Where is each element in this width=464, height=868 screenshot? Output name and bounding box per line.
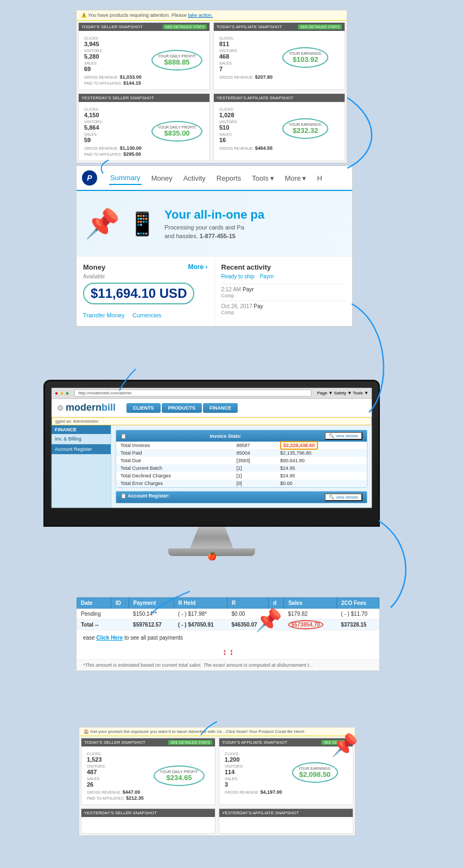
monitor-screen: ● ● ● http://modernbill.com/admin Page ▼… (50, 387, 373, 509)
pay-note: *This amount is estimated based on curre… (77, 659, 379, 671)
money-header: Money More › (83, 263, 208, 271)
col-sales: Sales (284, 597, 336, 609)
click-here-link[interactable]: Click Here (96, 635, 123, 641)
bottom-see-details-btn[interactable]: SEE DETAILED STATS (168, 740, 212, 745)
mb-account-register: 📋 Account Register: 🔍 view details (116, 491, 367, 503)
alert-bar: ⚠️ You have products requiring attention… (77, 10, 347, 21)
cell-total-r-held: ( - ) $47050.91 (174, 620, 227, 630)
tab-payments[interactable]: Paym (260, 273, 274, 279)
yesterday-affiliate-header: YESTERDAY'S AFFILIATE SNAPSHOT (214, 94, 345, 102)
section1-seller-snapshot: ⚠️ You have products requiring attention… (76, 10, 347, 163)
bottom-yesterday-row: YESTERDAY'S SELLER SNAPSHOT YESTERDAY'S … (79, 807, 355, 835)
nav-reports[interactable]: Reports (215, 172, 243, 184)
pin-icon-section5: 📌 (331, 732, 358, 758)
take-action-link[interactable]: take action. (188, 12, 213, 18)
paypal-logo: P (82, 170, 97, 186)
cell-id (111, 609, 129, 620)
monitor-stand (190, 527, 233, 548)
col-d: d (269, 597, 284, 609)
section4-payment-table: Date ID Payment R Held R d Sales 2CO Fee… (76, 597, 380, 671)
hero-pin-icon: 📌 (85, 207, 120, 240)
nav-summary[interactable]: Summary (109, 171, 142, 185)
recent-item-2: Oct 26, 2017 Pay Comp (221, 301, 346, 317)
col-date: Date (77, 597, 111, 609)
bottom-today-row: TODAY'S SELLER SNAPSHOT SEE DETAILED STA… (79, 736, 355, 807)
nav-tools[interactable]: Tools ▾ (251, 172, 275, 184)
cell-total-sales: $573854.70 (284, 620, 336, 630)
mb-content: 📋 Invoice Stats: 🔍 view details Total In… (111, 425, 372, 508)
yesterday-affiliate-panel: YESTERDAY'S AFFILIATE SNAPSHOT CLICKS: 1… (213, 93, 345, 161)
table-row: Total Error Charges [0] $0.00 (116, 480, 367, 487)
tab-ready-to-ship[interactable]: Ready to ship (221, 273, 255, 279)
cell-total-id (111, 620, 129, 630)
recent-item-1: 2:12 AM Payr Comp (221, 284, 346, 301)
mb-top-nav: CLIENTS PRODUCTS FINANCE (126, 403, 238, 413)
table-row: Pending $150.14** ( - ) $17.98* $0.00 $1… (77, 609, 379, 620)
cell-r-held: ( - ) $17.98* (174, 609, 227, 620)
cell-sales: $179.82 (284, 609, 336, 620)
mb-view-details-btn[interactable]: 🔍 view details (325, 432, 363, 440)
money-amount: $11,694.10 USD (83, 283, 194, 304)
section5-bottom-snapshot: 🏠 Get your product the exposure you want… (79, 727, 355, 836)
mb-sidebar-header: FINANCE (52, 425, 111, 434)
see-affiliate-details-btn[interactable]: SEE DETAILED STATS (298, 24, 342, 29)
yesterday-seller-header: YESTERDAY'S SELLER SNAPSHOT (79, 94, 209, 102)
bottom-yesterday-affiliate-header: YESTERDAY'S AFFILIATE SNAPSHOT (219, 809, 353, 817)
yesterday-seller-profit: YOUR DAILY PROFIT: $835.00 (148, 118, 207, 144)
nav-activity[interactable]: Activity (182, 172, 207, 184)
invoice-stats-icon: 📋 (120, 433, 126, 439)
bottom-alert-bar: 🏠 Get your product the exposure you want… (79, 727, 355, 736)
money-section: Money More › Available $11,694.10 USD Tr… (77, 257, 215, 326)
bottom-today-affiliate-earnings: YOUR EARNINGS: $2,098.50 (288, 760, 342, 786)
nav-h[interactable]: H (316, 172, 323, 184)
today-seller-panel: TODAY'S SELLER SNAPSHOT SEE DETAILED STA… (78, 22, 210, 90)
pin-icon-section4: 📌 (255, 608, 282, 633)
money-more-link[interactable]: More › (188, 263, 208, 271)
bottom-today-seller-profit: YOUR DAILY PROFIT: $234.65 (150, 763, 209, 789)
bottom-today-seller: TODAY'S SELLER SNAPSHOT SEE DETAILED STA… (81, 738, 215, 805)
bottom-yesterday-seller-header: YESTERDAY'S SELLER SNAPSHOT (81, 809, 215, 817)
mb-finance-btn[interactable]: FINANCE (203, 403, 238, 413)
today-affiliate-earnings: YOUR EARNINGS: $103.92 (278, 44, 332, 71)
paypal-nav: P Summary Money Activity Reports Tools ▾… (77, 166, 352, 191)
apple-logo-icon: 🍎 (43, 552, 380, 560)
cell-total-payment: $597612.57 (129, 620, 174, 630)
cell-pending: Pending (77, 609, 111, 620)
nav-more[interactable]: More ▾ (284, 172, 308, 184)
total-row: Total -- $597612.57 ( - ) $47050.91 $463… (77, 620, 379, 630)
transfer-money-link[interactable]: Transfer Money (83, 312, 125, 318)
yesterday-seller-stats: CLICKS: 4,150 VISITORS: 5,864 SALES: 59 … (81, 104, 144, 158)
mb-admin-badge: gged as: Administrator (52, 417, 372, 425)
col-2co-fees: 2CO Fees (336, 597, 379, 609)
payment-table: Date ID Payment R Held R d Sales 2CO Fee… (77, 597, 379, 630)
col-payment: Payment (129, 597, 174, 609)
mb-stats-header: 📋 Invoice Stats: 🔍 view details (116, 430, 367, 442)
recent-activity-section: Recent activity Ready to ship Paym 2:12 … (215, 257, 353, 326)
mb-stats-table: Total Invoices 88587 $2,226,438.60 Total… (116, 442, 367, 487)
nav-money[interactable]: Money (150, 172, 174, 184)
today-affiliate-panel: TODAY'S AFFILIATE SNAPSHOT SEE DETAILED … (213, 22, 345, 90)
mb-invoice-stats: 📋 Invoice Stats: 🔍 view details Total In… (116, 430, 367, 488)
currencies-link[interactable]: Currencies (132, 312, 161, 318)
circled-amount: $573854.70 (288, 620, 323, 629)
today-affiliate-header: TODAY'S AFFILIATE SNAPSHOT SEE DETAILED … (214, 23, 345, 31)
table-row: Total Current Batch [1] $24.95 (116, 464, 367, 472)
mb-body: FINANCE Inv. & Billing Account Register … (52, 425, 372, 508)
bottom-yesterday-seller: YESTERDAY'S SELLER SNAPSHOT (81, 808, 215, 834)
mb-ar-view-btn[interactable]: 🔍 view details (325, 493, 363, 501)
table-header-row: Date ID Payment R Held R d Sales 2CO Fee… (77, 597, 379, 609)
today-affiliate-stats: CLICKS: 811 VISITORS: 468 SALES: 7 GROSS… (217, 33, 275, 81)
see-details-btn[interactable]: SEE DETAILED STATS (163, 24, 207, 29)
yesterday-affiliate-earnings: YOUR EARNINGS: $232.32 (278, 116, 332, 142)
mb-clients-btn[interactable]: CLIENTS (126, 403, 161, 413)
table-row: Total Invoices 88587 $2,226,438.60 (116, 442, 367, 449)
mb-products-btn[interactable]: PRODUCTS (162, 403, 202, 413)
mb-sidebar: FINANCE Inv. & Billing Account Register (52, 425, 111, 508)
recent-tabs: Ready to ship Paym (221, 273, 346, 279)
yesterday-seller-panel: YESTERDAY'S SELLER SNAPSHOT CLICKS: 4,15… (78, 93, 210, 161)
bottom-today-affiliate-stats: CLICKS: 1,200 VISITORS: 114 SALES: 3 GRO… (222, 749, 285, 796)
mb-sidebar-account-register[interactable]: Account Register (52, 444, 111, 455)
table-row: Total Declined Charges [1] $24.95 (116, 472, 367, 480)
mb-sidebar-inv-billing[interactable]: Inv. & Billing (52, 434, 111, 444)
section3-monitor-wrapper: ● ● ● http://modernbill.com/admin Page ▼… (43, 380, 380, 560)
